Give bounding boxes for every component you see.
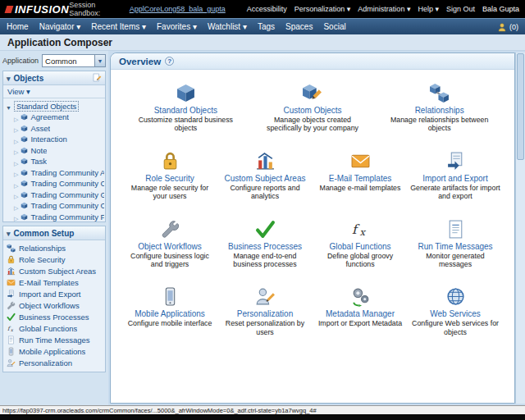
tree-item[interactable]: Trading Community Organization Profile — [4, 200, 104, 212]
expand-icon[interactable] — [14, 123, 18, 135]
session-sandbox-link[interactable]: ApplCoreLong58_bala_gupta — [130, 5, 226, 13]
tile-title-link[interactable]: Import and Export — [422, 174, 487, 183]
tree-root-label[interactable]: Standard Objects — [14, 101, 79, 112]
chevron-down-icon[interactable]: ▼ — [94, 55, 105, 66]
common-setup-item[interactable]: E-Mail Templates — [3, 276, 105, 288]
common-setup-item-label: Import and Export — [19, 290, 81, 299]
page-edit-icon[interactable] — [92, 73, 102, 83]
common-setup-item[interactable]: Global Functions — [3, 322, 105, 334]
expand-icon[interactable] — [14, 145, 18, 157]
tile-description: Configure Web services for objects — [409, 319, 501, 336]
overview-tile[interactable]: Personalization Reset personalization by… — [219, 286, 311, 336]
tree-item[interactable]: Note — [4, 145, 104, 157]
expand-icon[interactable] — [14, 178, 18, 189]
common-setup-item[interactable]: Role Security — [3, 253, 105, 265]
overview-tile[interactable]: Standard Objects Customize standard busi… — [124, 83, 248, 133]
view-menu-button[interactable]: View ▾ — [3, 85, 105, 98]
expand-icon[interactable] — [14, 212, 18, 222]
overview-tile[interactable]: Business Processes Manage end-to-end bus… — [219, 219, 311, 269]
tree-item[interactable]: Trading Community Address — [4, 167, 104, 179]
tile-title-link[interactable]: Standard Objects — [154, 106, 217, 115]
application-select[interactable]: Common ▼ — [42, 54, 106, 67]
tile-description: Reset personalization by users — [219, 319, 311, 336]
collapse-icon[interactable] — [7, 74, 11, 83]
overview-tile[interactable]: Object Workflows Configure business logi… — [124, 219, 216, 269]
nav-right: (0) — [497, 22, 518, 32]
common-setup-item[interactable]: Custom Subject Areas — [3, 265, 105, 276]
tree-root-node[interactable]: Standard Objects — [4, 100, 104, 112]
tree-item[interactable]: Task — [4, 156, 104, 167]
nav-item[interactable]: Favorites ▾ — [157, 22, 197, 31]
overview-tile[interactable]: Metadata Manager Import or Export Metada… — [314, 286, 406, 336]
topbar-link[interactable]: Accessibility — [247, 5, 287, 13]
tile-title-link[interactable]: Run Time Messages — [418, 242, 492, 251]
tile-title-link[interactable]: Custom Subject Areas — [225, 174, 306, 183]
nav-item[interactable]: Home — [7, 22, 29, 31]
overview-tile[interactable]: Role Security Manage role security for y… — [124, 151, 216, 201]
overview-tile[interactable]: Mobile Applications Configure mobile int… — [124, 286, 216, 336]
tile-title-link[interactable]: Personalization — [237, 309, 293, 318]
tile-title-link[interactable]: E-Mail Templates — [329, 174, 392, 183]
common-setup-item[interactable]: Run Time Messages — [3, 334, 105, 345]
overview-tile[interactable]: Import and Export Generate artifacts for… — [409, 151, 501, 201]
overview-tile[interactable]: Relationships Manage relationships betwe… — [377, 83, 501, 133]
overview-tile[interactable]: Global Functions Define global groovy fu… — [314, 219, 406, 269]
cube-icon — [176, 83, 196, 103]
expand-icon[interactable] — [14, 134, 18, 145]
nav-item[interactable]: Watchlist ▾ — [208, 22, 247, 31]
common-setup-item-label: Custom Subject Areas — [19, 267, 96, 276]
topbar-link[interactable]: Help ▾ — [418, 5, 439, 13]
tree-item[interactable]: Trading Community Customer Contact — [4, 178, 104, 189]
overview-tile[interactable]: Web Services Configure Web services for … — [409, 286, 501, 336]
expand-icon[interactable] — [14, 112, 18, 123]
notification-count[interactable]: (0) — [509, 23, 518, 31]
vertical-scrollbar[interactable] — [515, 52, 525, 404]
common-setup-item[interactable]: Business Processes — [3, 311, 105, 322]
expand-open-icon[interactable] — [6, 98, 11, 113]
tile-title-link[interactable]: Object Workflows — [138, 242, 202, 251]
overview-tile[interactable]: Custom Objects Manage objects created sp… — [251, 83, 375, 133]
tile-title-link[interactable]: Relationships — [415, 106, 464, 115]
overview-tile[interactable]: Run Time Messages Monitor generated mess… — [409, 219, 501, 269]
common-setup-item[interactable]: Personalization — [3, 357, 105, 368]
expand-icon[interactable] — [14, 200, 18, 212]
nav-item[interactable]: Social — [323, 22, 345, 31]
common-setup-item[interactable]: Mobile Applications — [3, 345, 105, 357]
tree-item[interactable]: Interaction — [4, 134, 104, 145]
tile-title-link[interactable]: Mobile Applications — [135, 309, 205, 318]
expand-icon[interactable] — [14, 189, 18, 201]
object-cube-icon — [21, 147, 28, 154]
topbar-link[interactable]: Sign Out — [446, 5, 475, 13]
tile-title-link[interactable]: Metadata Manager — [326, 309, 395, 318]
scrollbar-thumb[interactable] — [517, 53, 524, 160]
common-setup-item[interactable]: Object Workflows — [3, 299, 105, 311]
help-icon[interactable]: ? — [165, 57, 174, 66]
topbar-link[interactable]: Administration ▾ — [358, 5, 410, 13]
tile-title-link[interactable]: Web Services — [430, 309, 481, 318]
nav-item[interactable]: Recent Items ▾ — [91, 22, 146, 31]
tree-item[interactable]: Asset — [4, 123, 104, 135]
expand-icon[interactable] — [14, 167, 18, 179]
overview-tile[interactable]: E-Mail Templates Manage e-mail templates — [314, 151, 406, 201]
tile-title-link[interactable]: Global Functions — [329, 242, 390, 251]
topbar-link[interactable]: Personalization ▾ — [294, 5, 351, 13]
nav-item[interactable]: Navigator ▾ — [39, 22, 81, 31]
overview-content: Standard Objects Customize standard busi… — [111, 70, 514, 403]
expand-icon[interactable] — [14, 156, 18, 167]
tree-item-label: Trading Community Address — [30, 168, 104, 177]
tile-title-link[interactable]: Business Processes — [228, 242, 302, 251]
nav-item[interactable]: Tags — [258, 22, 275, 31]
overview-tile[interactable]: Custom Subject Areas Configure reports a… — [219, 151, 311, 201]
nav-item[interactable]: Spaces — [285, 22, 313, 31]
common-setup-item-label: Personalization — [19, 358, 72, 368]
gears-icon — [350, 286, 371, 307]
common-setup-item[interactable]: Relationships — [3, 242, 105, 253]
tree-item[interactable]: Trading Community Person Profile — [4, 212, 104, 222]
collapse-icon[interactable] — [7, 229, 11, 238]
tree-item[interactable]: Agreement — [4, 112, 104, 123]
nav-menu: Home Navigator ▾ Recent Items ▾ Favorite… — [7, 22, 346, 31]
common-setup-item[interactable]: Import and Export — [3, 288, 105, 299]
tile-title-link[interactable]: Custom Objects — [283, 106, 341, 115]
tree-item[interactable]: Trading Community Group Profile — [4, 189, 104, 201]
tile-title-link[interactable]: Role Security — [145, 174, 194, 183]
